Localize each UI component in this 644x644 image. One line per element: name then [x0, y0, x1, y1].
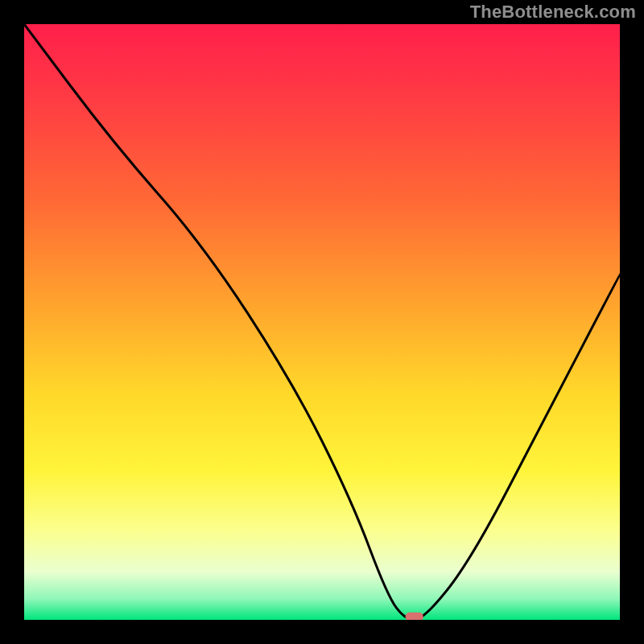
bottleneck-chart: [24, 24, 620, 620]
optimal-marker: [406, 613, 423, 620]
chart-frame: TheBottleneck.com: [0, 0, 644, 644]
plot-area: [24, 24, 620, 620]
gradient-background: [24, 24, 620, 620]
watermark-text: TheBottleneck.com: [470, 2, 636, 23]
